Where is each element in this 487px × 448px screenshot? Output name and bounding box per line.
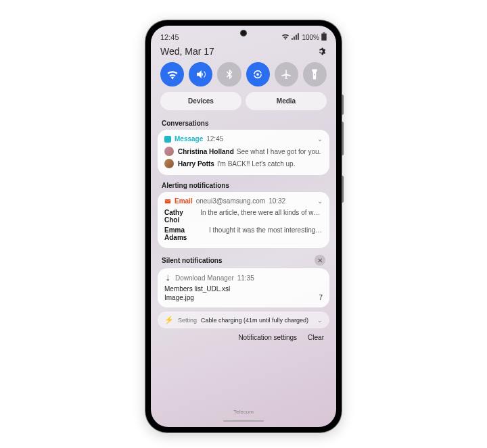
date-text: Wed, Mar 17	[160, 46, 214, 57]
phone-frame: 12:45 100% Wed, Mar 17	[145, 20, 342, 432]
section-conversations: Conversations	[151, 117, 336, 130]
chip-row: Devices Media	[151, 92, 336, 117]
message-app-name: Message	[175, 135, 203, 143]
side-button-3	[342, 176, 344, 203]
chevron-down-icon[interactable]: ⌄	[317, 135, 323, 143]
email-preview: In the article, there were all kinds of …	[200, 209, 323, 224]
toggle-rotate[interactable]	[246, 62, 270, 86]
message-time: 12:45	[206, 135, 223, 143]
front-camera	[240, 30, 247, 36]
email-row: Cathy Choi In the article, there were al…	[164, 207, 323, 225]
chevron-down-icon[interactable]: ⌄	[317, 197, 323, 205]
email-row: Emma Adams I thought it was the most int…	[164, 225, 323, 243]
email-account: oneui3@samsung.com	[196, 197, 265, 205]
message-preview: I'm BACK!! Let's catch up.	[217, 160, 296, 168]
clock: 12:45	[160, 33, 179, 41]
file-name: Members list_UDL.xsl	[164, 285, 230, 293]
email-icon	[164, 198, 171, 205]
email-app-name: Email	[175, 197, 193, 205]
sender-name: Cathy Choi	[164, 209, 198, 224]
message-card[interactable]: Message 12:45 ⌄ Christina Holland See wh…	[158, 130, 329, 175]
avatar	[164, 147, 174, 156]
sender-name: Christina Holland	[178, 148, 234, 155]
svg-point-6	[256, 73, 259, 76]
download-app-name: Download Manager	[175, 274, 234, 282]
email-preview: I thought it was the most interesting th…	[209, 226, 323, 241]
silent-header: Silent notifications ✕	[151, 252, 336, 268]
message-icon	[164, 136, 171, 143]
footer-actions: Notification settings Clear	[151, 332, 336, 343]
svg-rect-2	[296, 35, 297, 40]
battery-icon	[321, 32, 327, 42]
avatar	[164, 159, 174, 168]
message-preview: See what I have got for you.	[237, 148, 321, 155]
battery-percent: 100%	[302, 34, 319, 41]
setting-app-name: Setting	[178, 317, 197, 324]
signal-icon	[292, 33, 300, 41]
devices-chip[interactable]: Devices	[160, 92, 241, 110]
setting-card[interactable]: ⚡ Setting Cable charging (41m until full…	[158, 312, 329, 328]
download-file-row: Image.jpg 7	[164, 293, 323, 302]
conversation-row: Christina Holland See what I have got fo…	[164, 145, 323, 157]
svg-rect-1	[294, 36, 295, 40]
file-count: 7	[319, 294, 323, 301]
wifi-icon	[281, 33, 289, 41]
screen: 12:45 100% Wed, Mar 17	[151, 26, 336, 427]
side-button-2	[342, 122, 344, 155]
home-bar[interactable]	[223, 420, 264, 422]
media-chip[interactable]: Media	[246, 92, 327, 110]
quick-toggles	[151, 61, 336, 92]
notification-settings-button[interactable]: Notification settings	[238, 334, 297, 341]
toggle-bluetooth[interactable]	[217, 62, 241, 86]
close-icon[interactable]: ✕	[315, 255, 325, 266]
gear-icon[interactable]	[316, 46, 327, 57]
toggle-flashlight[interactable]	[303, 62, 327, 86]
section-alerting: Alerting notifications	[151, 179, 336, 192]
toggle-wifi[interactable]	[160, 62, 184, 86]
download-icon: ⭳	[164, 274, 172, 282]
email-card-header: Email oneui3@samsung.com 10:32 ⌄	[164, 197, 323, 205]
section-silent: Silent notifications	[162, 257, 222, 264]
side-button-1	[342, 95, 344, 115]
download-card-header: ⭳ Download Manager 11:35	[164, 274, 323, 282]
download-card[interactable]: ⭳ Download Manager 11:35 Members list_UD…	[158, 268, 329, 307]
sender-name: Emma Adams	[164, 226, 206, 241]
conversation-row: Harry Potts I'm BACK!! Let's catch up.	[164, 157, 323, 170]
download-time: 11:35	[237, 274, 254, 282]
clear-button[interactable]: Clear	[308, 334, 324, 341]
message-card-header: Message 12:45 ⌄	[164, 135, 323, 143]
file-name: Image.jpg	[164, 294, 194, 301]
bolt-icon: ⚡	[164, 316, 174, 324]
download-file-row: Members list_UDL.xsl	[164, 284, 323, 293]
svg-rect-4	[323, 32, 325, 34]
status-icons: 100%	[281, 32, 327, 42]
email-time: 10:32	[269, 197, 285, 205]
email-card[interactable]: Email oneui3@samsung.com 10:32 ⌄ Cathy C…	[158, 192, 329, 248]
svg-rect-5	[321, 34, 327, 41]
toggle-airplane[interactable]	[275, 62, 298, 86]
svg-rect-3	[298, 33, 299, 40]
sender-name: Harry Potts	[178, 160, 214, 168]
chevron-down-icon[interactable]: ⌄	[317, 317, 323, 324]
carrier-brand: Telecom	[151, 409, 336, 415]
toggle-sound[interactable]	[189, 62, 212, 86]
date-row: Wed, Mar 17	[151, 45, 336, 61]
setting-text: Cable charging (41m until fully charged)	[201, 317, 308, 324]
svg-rect-0	[292, 38, 293, 39]
